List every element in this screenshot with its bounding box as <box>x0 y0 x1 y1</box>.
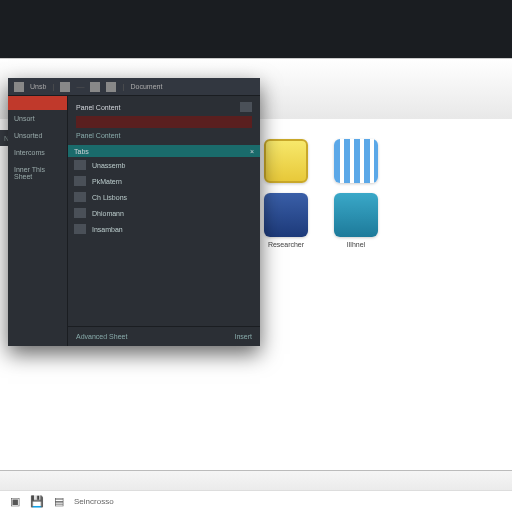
desktop-icon[interactable] <box>258 139 314 187</box>
panel-left-nav: UnsortUnsortedIntercomsInner This Sheet <box>8 96 68 346</box>
panel-body: UnsortUnsortedIntercomsInner This Sheet … <box>8 96 260 346</box>
nav-item[interactable]: Intercoms <box>8 144 67 161</box>
panel-list: UnassembPkMaternCh LisbonsDhiomannInsamb… <box>68 157 260 237</box>
save-icon[interactable]: 💾 <box>30 495 44 509</box>
panel-tab-bar: Tabs × <box>68 145 260 157</box>
nav-item[interactable]: Unsort <box>8 110 67 127</box>
panel-right-content: Panel Content Panel Content Tabs × Unass… <box>68 96 260 346</box>
desktop-icon[interactable] <box>328 139 384 187</box>
list-item-label: Insamban <box>92 226 123 233</box>
list-item-icon <box>74 176 86 186</box>
panel-header-label: Panel Content <box>76 104 120 111</box>
list-item[interactable]: PkMatern <box>68 173 260 189</box>
list-item-label: Dhiomann <box>92 210 124 217</box>
input-field[interactable] <box>76 116 252 128</box>
desktop-icon[interactable]: Researcher <box>258 193 314 249</box>
start-icon[interactable]: ▣ <box>8 495 22 509</box>
separator-icon: | <box>52 82 54 91</box>
nav-item[interactable]: Inner This Sheet <box>8 161 67 185</box>
toolbar-label-2: Document <box>131 83 163 90</box>
list-item[interactable]: Dhiomann <box>68 205 260 221</box>
list-item-icon <box>74 192 86 202</box>
desktop-icon-label: Researcher <box>268 241 304 249</box>
separator-icon: | <box>122 82 124 91</box>
taskbar-app-label: Seincrosso <box>74 497 114 506</box>
list-item-icon <box>74 224 86 234</box>
list-item-label: PkMatern <box>92 178 122 185</box>
desktop-icon-label: Illhnel <box>347 241 365 249</box>
list-item-icon <box>74 208 86 218</box>
footer-right-link[interactable]: Insert <box>234 333 252 340</box>
panel-sub-row: Panel Content <box>76 130 252 141</box>
toolbar-icon[interactable] <box>14 82 24 92</box>
toolbar-icon[interactable] <box>90 82 100 92</box>
list-item-label: Unassemb <box>92 162 125 169</box>
app-icon <box>334 193 378 237</box>
list-item[interactable]: Unassemb <box>68 157 260 173</box>
toolbar-icon[interactable] <box>60 82 70 92</box>
list-item[interactable]: Insamban <box>68 221 260 237</box>
panel-sub-label: Panel Content <box>76 132 120 139</box>
app-icon <box>334 139 378 183</box>
document-icon[interactable]: ▤ <box>52 495 66 509</box>
list-item[interactable]: Ch Lisbons <box>68 189 260 205</box>
nav-item[interactable]: Unsorted <box>8 127 67 144</box>
taskbar: ▣ 💾 ▤ Seincrosso <box>0 470 512 512</box>
app-icon <box>264 193 308 237</box>
panel-header-section: Panel Content Panel Content <box>68 96 260 145</box>
separator-icon: — <box>76 82 84 91</box>
tab-label[interactable]: Tabs <box>74 148 89 155</box>
list-item-icon <box>74 160 86 170</box>
app-icon <box>264 139 308 183</box>
accent-bar <box>8 96 67 110</box>
panel-header-row: Panel Content <box>76 100 252 114</box>
row-icon[interactable] <box>240 102 252 112</box>
panel-footer: Advanced Sheet Insert <box>68 326 260 346</box>
toolbar-label-1: Unsb <box>30 83 46 90</box>
tab-close-icon[interactable]: × <box>250 148 254 155</box>
toolbar-icon[interactable] <box>106 82 116 92</box>
footer-left-link[interactable]: Advanced Sheet <box>76 333 127 340</box>
settings-panel: Unsb | — | Document UnsortUnsortedInterc… <box>8 78 260 346</box>
desktop-icon[interactable]: Illhnel <box>328 193 384 249</box>
panel-toolbar: Unsb | — | Document <box>8 78 260 96</box>
list-item-label: Ch Lisbons <box>92 194 127 201</box>
taskbar-inner: ▣ 💾 ▤ Seincrosso <box>0 490 512 512</box>
